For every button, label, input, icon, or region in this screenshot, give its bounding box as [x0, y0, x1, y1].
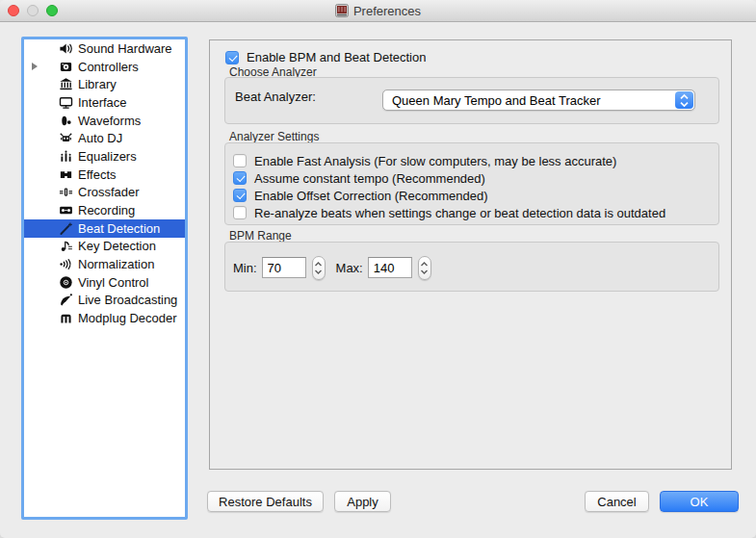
sidebar-item-label: Auto DJ: [78, 131, 122, 145]
sidebar-item-key-detection[interactable]: Key Detection: [24, 238, 185, 256]
music-note-icon: [59, 239, 73, 253]
beat-analyzer-label: Beat Analyzer:: [235, 90, 316, 104]
bpm-range-group: Min: Max:: [224, 242, 719, 292]
sidebar-item-effects[interactable]: Effects: [24, 166, 185, 184]
bpm-max-input[interactable]: [368, 257, 412, 278]
disclosure-triangle-icon[interactable]: [32, 63, 38, 70]
sidebar-item-recording[interactable]: Recording: [24, 201, 185, 219]
equalizer-bars-icon: [59, 149, 73, 164]
sidebar-item-label: Key Detection: [78, 239, 156, 253]
preferences-window: Preferences Sound Hardware Controllers L…: [0, 0, 756, 538]
beat-analyzer-select[interactable]: Queen Mary Tempo and Beat Tracker: [382, 90, 695, 111]
reanalyze-checkbox[interactable]: [233, 206, 247, 219]
enable-bpm-row: Enable BPM and Beat Detection: [225, 50, 426, 64]
sidebar-item-label: Controllers: [78, 60, 139, 74]
window-title: Preferences: [353, 4, 421, 18]
sidebar-item-label: Recording: [78, 203, 135, 218]
monitor-icon: [59, 95, 73, 110]
crossfader-icon: [59, 185, 73, 199]
sidebar-item-label: Waveforms: [78, 114, 141, 128]
sidebar-item-crossfader[interactable]: Crossfader: [24, 184, 185, 202]
sidebar-item-label: Equalizers: [78, 149, 137, 164]
sidebar-item-beat-detection[interactable]: Beat Detection: [24, 219, 185, 238]
beat-detection-pane: Enable BPM and Beat Detection Choose Ana…: [209, 39, 732, 470]
bpm-max-stepper[interactable]: [418, 256, 431, 280]
sidebar-item-label: Live Broadcasting: [78, 293, 177, 307]
constant-tempo-checkbox[interactable]: [233, 171, 247, 185]
enable-bpm-checkbox[interactable]: [225, 51, 239, 64]
sound-waves-icon: [59, 257, 73, 271]
sidebar-item-label: Interface: [78, 95, 127, 110]
bpm-min-stepper[interactable]: [312, 256, 326, 280]
choose-analyzer-group: Beat Analyzer: Queen Mary Tempo and Beat…: [224, 77, 719, 124]
effects-plug-icon: [59, 167, 73, 182]
sidebar-item-label: Normalization: [78, 257, 154, 271]
sidebar-item-label: Sound Hardware: [78, 41, 172, 56]
combo-updown-arrows-icon[interactable]: [675, 91, 693, 109]
apply-button[interactable]: Apply: [334, 491, 391, 512]
sidebar-item-interface[interactable]: Interface: [24, 93, 185, 112]
fast-analysis-row: Enable Fast Analysis (For slow computers…: [233, 152, 726, 169]
close-button[interactable]: [8, 5, 19, 16]
satellite-dish-icon: [59, 293, 73, 307]
bpm-range-title: BPM Range: [229, 229, 292, 243]
wand-icon: [59, 221, 73, 236]
offset-correction-checkbox[interactable]: [233, 189, 247, 202]
waveform-icon: [59, 114, 73, 128]
sidebar-item-normalization[interactable]: Normalization: [24, 255, 185, 273]
sidebar-item-vinyl-control[interactable]: Vinyl Control: [24, 273, 185, 292]
sidebar-item-label: Beat Detection: [78, 221, 160, 236]
fast-analysis-label: Enable Fast Analysis (For slow computers…: [254, 154, 616, 168]
sidebar-item-label: Vinyl Control: [78, 275, 148, 290]
controller-icon: [59, 60, 73, 74]
zoom-button[interactable]: [46, 5, 58, 16]
offset-correction-row: Enable Offset Correction (Recommended): [233, 187, 726, 204]
preferences-category-list: Sound Hardware Controllers Library Inter…: [21, 37, 188, 520]
vinyl-record-icon: [59, 275, 73, 290]
cancel-button[interactable]: Cancel: [585, 491, 649, 512]
title-bar: Preferences: [0, 0, 756, 22]
sidebar-item-controllers[interactable]: Controllers: [24, 58, 185, 76]
sidebar-item-auto-dj[interactable]: Auto DJ: [24, 129, 185, 147]
sidebar-item-label: Crossfader: [78, 185, 140, 199]
sidebar-item-modplug-decoder[interactable]: Modplug Decoder: [24, 309, 185, 327]
constant-tempo-label: Assume constant tempo (Recommended): [254, 171, 485, 186]
modplug-icon: [59, 311, 73, 325]
reanalyze-label: Re-analyze beats when settings change or…: [254, 206, 665, 220]
bpm-max-label: Max:: [336, 261, 363, 275]
constant-tempo-row: Assume constant tempo (Recommended): [233, 169, 726, 187]
app-preferences-icon: [335, 4, 349, 17]
sidebar-item-library[interactable]: Library: [24, 75, 185, 93]
reanalyze-row: Re-analyze beats when settings change or…: [233, 204, 726, 221]
sidebar-item-live-broadcasting[interactable]: Live Broadcasting: [24, 292, 185, 310]
sidebar-item-label: Effects: [78, 167, 117, 182]
analyzer-settings-group: Enable Fast Analysis (For slow computers…: [224, 142, 719, 225]
enable-bpm-label: Enable BPM and Beat Detection: [247, 50, 426, 64]
sidebar-item-waveforms[interactable]: Waveforms: [24, 112, 185, 130]
analyzer-settings-title: Analyzer Settings: [229, 130, 319, 143]
minimize-button[interactable]: [27, 5, 39, 16]
ok-button[interactable]: OK: [660, 491, 739, 512]
sidebar-item-sound-hardware[interactable]: Sound Hardware: [24, 39, 185, 58]
beat-analyzer-selected-option: Queen Mary Tempo and Beat Tracker: [383, 93, 601, 108]
offset-correction-label: Enable Offset Correction (Recommended): [254, 189, 488, 203]
fast-analysis-checkbox[interactable]: [233, 154, 247, 167]
cassette-icon: [59, 203, 73, 218]
bpm-range-row: Min: Max:: [233, 255, 431, 280]
traffic-lights: [8, 5, 58, 16]
sidebar-item-label: Library: [78, 77, 117, 91]
sidebar-item-equalizers[interactable]: Equalizers: [24, 147, 185, 166]
robot-icon: [59, 131, 73, 145]
restore-defaults-button[interactable]: Restore Defaults: [207, 491, 324, 512]
sidebar-item-label: Modplug Decoder: [78, 311, 177, 325]
bank-icon: [59, 77, 73, 91]
bpm-min-input[interactable]: [262, 257, 306, 278]
speaker-icon: [59, 41, 73, 56]
bpm-min-label: Min:: [233, 261, 257, 275]
